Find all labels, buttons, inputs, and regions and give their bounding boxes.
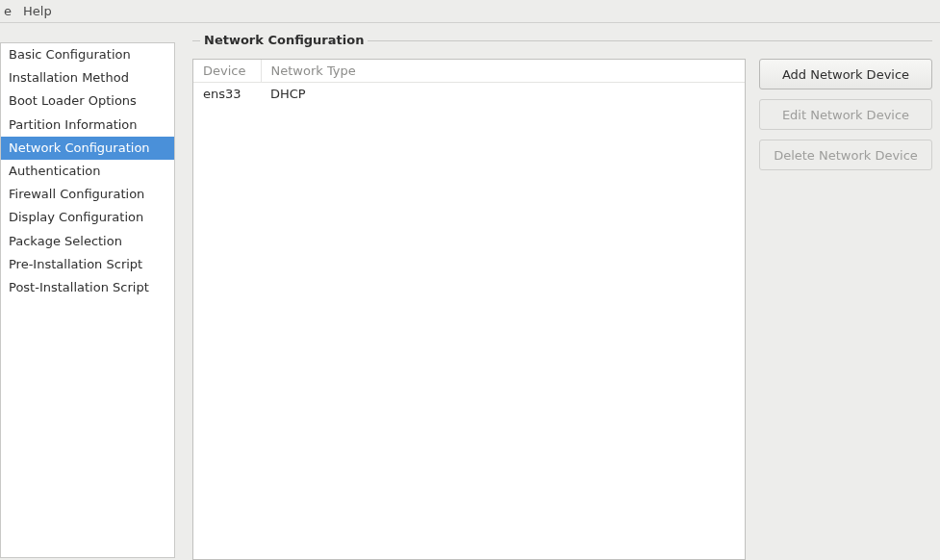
sidebar: Basic Configuration Installation Method … [0, 42, 175, 558]
sidebar-item-partition-information[interactable]: Partition Information [1, 114, 174, 137]
device-table[interactable]: Device Network Type ens33 DHCP [192, 59, 746, 560]
cell-network-type: DHCP [261, 83, 745, 106]
sidebar-item-installation-method[interactable]: Installation Method [1, 66, 174, 89]
menu-item-fragment[interactable]: e [4, 4, 12, 18]
sidebar-item-firewall-configuration[interactable]: Firewall Configuration [1, 183, 174, 206]
delete-network-device-button[interactable]: Delete Network Device [759, 140, 932, 170]
menu-item-help[interactable]: Help [23, 4, 52, 18]
menubar: e Help [0, 0, 940, 23]
edit-network-device-button[interactable]: Edit Network Device [759, 99, 932, 130]
table-row[interactable]: ens33 DHCP [193, 83, 745, 106]
sidebar-item-network-configuration[interactable]: Network Configuration [1, 137, 174, 160]
column-header-device[interactable]: Device [193, 60, 261, 83]
sidebar-item-boot-loader-options[interactable]: Boot Loader Options [1, 89, 174, 113]
column-header-network-type[interactable]: Network Type [261, 60, 745, 83]
content-panel: Network Configuration Device Network Typ… [175, 40, 940, 560]
sidebar-item-display-configuration[interactable]: Display Configuration [1, 206, 174, 229]
sidebar-item-package-selection[interactable]: Package Selection [1, 230, 174, 253]
sidebar-item-basic-configuration[interactable]: Basic Configuration [1, 43, 174, 66]
sidebar-item-pre-installation-script[interactable]: Pre-Installation Script [1, 253, 174, 276]
main-area: Basic Configuration Installation Method … [0, 23, 940, 560]
sidebar-item-authentication[interactable]: Authentication [1, 160, 174, 183]
panel-title: Network Configuration [200, 33, 368, 47]
sidebar-item-post-installation-script[interactable]: Post-Installation Script [1, 276, 174, 299]
panel-body: Device Network Type ens33 DHCP Add Netwo… [192, 40, 932, 560]
table-header-row: Device Network Type [193, 60, 745, 83]
button-column: Add Network Device Edit Network Device D… [759, 59, 932, 560]
add-network-device-button[interactable]: Add Network Device [759, 59, 932, 89]
cell-device: ens33 [193, 83, 261, 106]
